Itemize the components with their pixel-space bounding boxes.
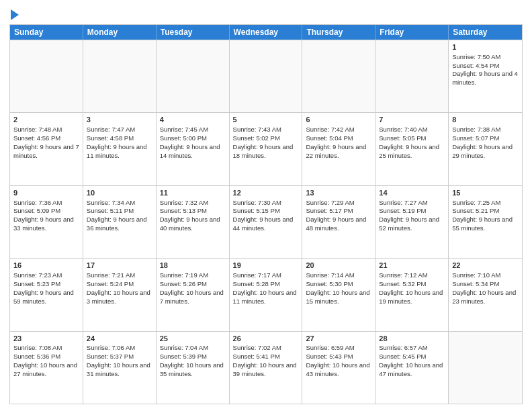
calendar-cell: 12Sunrise: 7:30 AM Sunset: 5:15 PM Dayli… [230, 186, 303, 258]
day-number: 2 [13, 115, 79, 125]
day-number: 16 [13, 261, 79, 271]
calendar-cell: 17Sunrise: 7:21 AM Sunset: 5:24 PM Dayli… [83, 259, 157, 330]
calendar: SundayMondayTuesdayWednesdayThursdayFrid… [9, 24, 523, 404]
calendar-cell: 2Sunrise: 7:48 AM Sunset: 4:56 PM Daylig… [10, 113, 83, 185]
calendar-cell: 1Sunrise: 7:50 AM Sunset: 4:54 PM Daylig… [449, 40, 522, 112]
day-number: 11 [160, 188, 226, 198]
calendar-row: 2Sunrise: 7:48 AM Sunset: 4:56 PM Daylig… [10, 112, 522, 185]
calendar-cell: 21Sunrise: 7:12 AM Sunset: 5:32 PM Dayli… [375, 259, 449, 330]
day-info: Sunrise: 7:12 AM Sunset: 5:32 PM Dayligh… [379, 271, 445, 304]
day-number: 15 [452, 188, 519, 198]
calendar-cell: 20Sunrise: 7:14 AM Sunset: 5:30 PM Dayli… [302, 259, 375, 330]
calendar-header-cell: Friday [375, 25, 449, 40]
day-info: Sunrise: 7:27 AM Sunset: 5:19 PM Dayligh… [379, 199, 441, 232]
day-number: 21 [379, 261, 445, 271]
day-number: 1 [452, 42, 519, 52]
day-number: 4 [160, 115, 226, 125]
day-number: 22 [452, 261, 519, 271]
calendar-header-cell: Sunday [10, 25, 83, 40]
header [9, 7, 523, 20]
calendar-cell: 18Sunrise: 7:19 AM Sunset: 5:26 PM Dayli… [157, 259, 230, 330]
calendar-cell [230, 40, 303, 112]
calendar-header-cell: Thursday [302, 25, 375, 40]
day-number: 14 [379, 188, 445, 198]
day-number: 7 [379, 115, 445, 125]
day-info: Sunrise: 7:08 AM Sunset: 5:36 PM Dayligh… [13, 344, 79, 377]
day-info: Sunrise: 7:25 AM Sunset: 5:21 PM Dayligh… [452, 199, 514, 232]
day-info: Sunrise: 6:59 AM Sunset: 5:43 PM Dayligh… [306, 344, 371, 377]
calendar-cell: 5Sunrise: 7:43 AM Sunset: 5:02 PM Daylig… [230, 113, 303, 185]
day-number: 20 [306, 261, 371, 271]
calendar-cell: 14Sunrise: 7:27 AM Sunset: 5:19 PM Dayli… [375, 186, 449, 258]
calendar-header: SundayMondayTuesdayWednesdayThursdayFrid… [10, 25, 522, 40]
calendar-row: 1Sunrise: 7:50 AM Sunset: 4:54 PM Daylig… [10, 40, 522, 112]
day-info: Sunrise: 7:32 AM Sunset: 5:13 PM Dayligh… [160, 199, 222, 232]
day-info: Sunrise: 7:29 AM Sunset: 5:17 PM Dayligh… [306, 199, 367, 232]
calendar-cell [10, 40, 83, 112]
day-info: Sunrise: 7:45 AM Sunset: 5:00 PM Dayligh… [160, 126, 222, 158]
calendar-cell [302, 40, 375, 112]
day-info: Sunrise: 7:36 AM Sunset: 5:09 PM Dayligh… [13, 199, 75, 232]
day-number: 3 [87, 115, 152, 125]
day-info: Sunrise: 6:57 AM Sunset: 5:45 PM Dayligh… [379, 344, 445, 377]
calendar-header-cell: Saturday [449, 25, 522, 40]
calendar-cell: 8Sunrise: 7:38 AM Sunset: 5:07 PM Daylig… [449, 113, 522, 185]
day-info: Sunrise: 7:34 AM Sunset: 5:11 PM Dayligh… [87, 199, 148, 232]
calendar-header-cell: Monday [83, 25, 157, 40]
day-number: 19 [233, 261, 299, 271]
calendar-cell [157, 40, 230, 112]
calendar-cell: 23Sunrise: 7:08 AM Sunset: 5:36 PM Dayli… [10, 332, 83, 404]
calendar-cell: 13Sunrise: 7:29 AM Sunset: 5:17 PM Dayli… [302, 186, 375, 258]
day-info: Sunrise: 7:38 AM Sunset: 5:07 PM Dayligh… [452, 126, 514, 158]
day-number: 25 [160, 334, 226, 344]
day-info: Sunrise: 7:06 AM Sunset: 5:37 PM Dayligh… [87, 344, 152, 377]
day-number: 13 [306, 188, 371, 198]
day-info: Sunrise: 7:50 AM Sunset: 4:54 PM Dayligh… [452, 53, 519, 86]
calendar-cell: 11Sunrise: 7:32 AM Sunset: 5:13 PM Dayli… [157, 186, 230, 258]
day-info: Sunrise: 7:40 AM Sunset: 5:05 PM Dayligh… [379, 126, 441, 158]
day-info: Sunrise: 7:17 AM Sunset: 5:28 PM Dayligh… [233, 271, 299, 304]
day-number: 8 [452, 115, 519, 125]
day-number: 9 [13, 188, 79, 198]
calendar-cell: 4Sunrise: 7:45 AM Sunset: 5:00 PM Daylig… [157, 113, 230, 185]
day-info: Sunrise: 7:02 AM Sunset: 5:41 PM Dayligh… [233, 344, 299, 377]
calendar-body: 1Sunrise: 7:50 AM Sunset: 4:54 PM Daylig… [10, 40, 522, 404]
day-number: 17 [87, 261, 152, 271]
day-info: Sunrise: 7:23 AM Sunset: 5:23 PM Dayligh… [13, 271, 75, 304]
calendar-cell [83, 40, 157, 112]
calendar-cell: 25Sunrise: 7:04 AM Sunset: 5:39 PM Dayli… [157, 332, 230, 404]
day-info: Sunrise: 7:42 AM Sunset: 5:04 PM Dayligh… [306, 126, 367, 158]
day-info: Sunrise: 7:30 AM Sunset: 5:15 PM Dayligh… [233, 199, 295, 232]
logo [9, 9, 19, 20]
calendar-cell: 27Sunrise: 6:59 AM Sunset: 5:43 PM Dayli… [302, 332, 375, 404]
page: SundayMondayTuesdayWednesdayThursdayFrid… [0, 0, 532, 411]
calendar-cell: 16Sunrise: 7:23 AM Sunset: 5:23 PM Dayli… [10, 259, 83, 330]
day-info: Sunrise: 7:10 AM Sunset: 5:34 PM Dayligh… [452, 271, 518, 304]
calendar-cell: 24Sunrise: 7:06 AM Sunset: 5:37 PM Dayli… [83, 332, 157, 404]
calendar-cell: 6Sunrise: 7:42 AM Sunset: 5:04 PM Daylig… [302, 113, 375, 185]
calendar-cell [449, 332, 522, 404]
day-info: Sunrise: 7:04 AM Sunset: 5:39 PM Dayligh… [160, 344, 226, 377]
calendar-row: 23Sunrise: 7:08 AM Sunset: 5:36 PM Dayli… [10, 331, 522, 404]
logo-arrow-icon [11, 9, 19, 20]
day-info: Sunrise: 7:48 AM Sunset: 4:56 PM Dayligh… [13, 126, 81, 158]
day-number: 26 [233, 334, 299, 344]
calendar-cell: 10Sunrise: 7:34 AM Sunset: 5:11 PM Dayli… [83, 186, 157, 258]
day-number: 6 [306, 115, 371, 125]
calendar-cell: 15Sunrise: 7:25 AM Sunset: 5:21 PM Dayli… [449, 186, 522, 258]
calendar-cell: 19Sunrise: 7:17 AM Sunset: 5:28 PM Dayli… [230, 259, 303, 330]
calendar-row: 16Sunrise: 7:23 AM Sunset: 5:23 PM Dayli… [10, 258, 522, 330]
day-number: 10 [87, 188, 152, 198]
calendar-row: 9Sunrise: 7:36 AM Sunset: 5:09 PM Daylig… [10, 185, 522, 258]
calendar-cell: 3Sunrise: 7:47 AM Sunset: 4:58 PM Daylig… [83, 113, 157, 185]
calendar-cell: 26Sunrise: 7:02 AM Sunset: 5:41 PM Dayli… [230, 332, 303, 404]
calendar-header-cell: Wednesday [230, 25, 303, 40]
day-info: Sunrise: 7:19 AM Sunset: 5:26 PM Dayligh… [160, 271, 226, 304]
calendar-cell [375, 40, 449, 112]
day-info: Sunrise: 7:43 AM Sunset: 5:02 PM Dayligh… [233, 126, 295, 158]
day-number: 24 [87, 334, 152, 344]
day-number: 12 [233, 188, 299, 198]
calendar-cell: 7Sunrise: 7:40 AM Sunset: 5:05 PM Daylig… [375, 113, 449, 185]
calendar-cell: 22Sunrise: 7:10 AM Sunset: 5:34 PM Dayli… [449, 259, 522, 330]
day-number: 5 [233, 115, 299, 125]
